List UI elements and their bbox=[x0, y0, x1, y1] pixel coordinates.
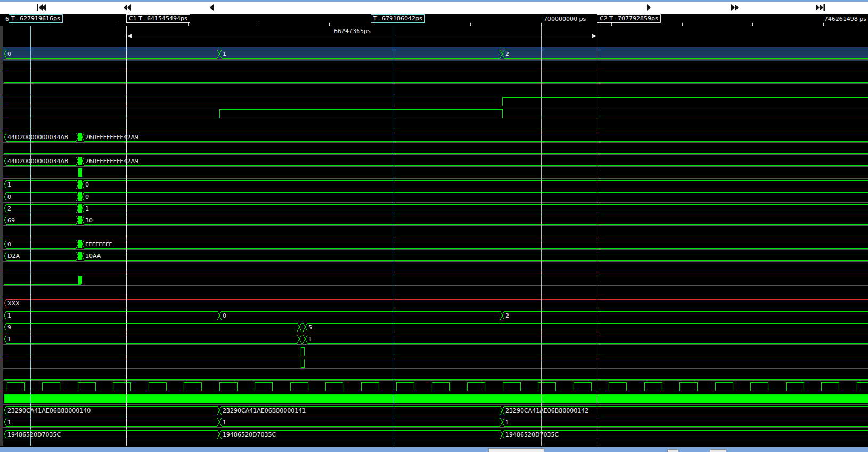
undefined-value-label: XXX bbox=[7, 300, 20, 307]
marker-line-T-left[interactable] bbox=[30, 26, 31, 446]
wave-row[interactable] bbox=[0, 405, 868, 416]
bus-value-label: 19486520D7035C bbox=[505, 431, 559, 438]
fast-forward-button[interactable] bbox=[730, 4, 741, 12]
bus-value-label: 1 bbox=[223, 51, 226, 58]
bus-value-label: 1 bbox=[505, 419, 509, 426]
fast-forward-icon bbox=[730, 4, 741, 12]
row-separator bbox=[3, 392, 868, 392]
skip-to-start-button[interactable] bbox=[36, 4, 48, 12]
row-separator bbox=[3, 190, 868, 190]
step-back-icon bbox=[207, 4, 218, 12]
fast-rewind-button[interactable] bbox=[122, 4, 134, 12]
skip-to-start-icon bbox=[36, 4, 48, 12]
wave-viewer-window: 6 700000000 ps 746261498 ps T=627919616p… bbox=[0, 0, 868, 452]
bus-value-label: 260FFFFFFFF42A9 bbox=[85, 134, 138, 141]
wave-row[interactable] bbox=[0, 191, 868, 203]
skip-to-end-button[interactable] bbox=[815, 4, 826, 12]
step-forward-icon bbox=[643, 4, 655, 12]
wave-row[interactable] bbox=[0, 203, 868, 214]
row-separator bbox=[3, 309, 868, 309]
wave-row[interactable] bbox=[0, 179, 868, 190]
bus-value-label: 44D20000000034A8 bbox=[7, 158, 68, 165]
wave-row[interactable] bbox=[0, 321, 868, 333]
marker-box-C1[interactable]: C1 T=641545494ps bbox=[126, 14, 190, 23]
wave-row[interactable] bbox=[0, 381, 868, 392]
timeline-right-timestamp: 746261498 ps bbox=[824, 15, 866, 22]
bus-value-label: FFFFFFFF bbox=[85, 241, 112, 248]
step-forward-button[interactable] bbox=[643, 4, 655, 12]
bus-value-label: 0 bbox=[7, 51, 11, 58]
bus-value-label: 1 bbox=[7, 181, 11, 188]
wave-row[interactable] bbox=[0, 345, 868, 357]
bus-value-label: 2 bbox=[7, 205, 11, 212]
row-separator bbox=[3, 344, 868, 345]
step-back-button[interactable] bbox=[207, 4, 218, 12]
wave-row[interactable] bbox=[0, 84, 868, 95]
wave-row[interactable] bbox=[0, 369, 868, 381]
wave-row[interactable] bbox=[0, 167, 868, 179]
bus-value-label: 19486520D7035C bbox=[7, 431, 61, 438]
marker-box-T[interactable]: T=679186042ps bbox=[371, 14, 425, 23]
marker-span-arrow bbox=[127, 36, 596, 36]
bus-value-label: 0 bbox=[85, 181, 89, 188]
bus-value-label: 1 bbox=[7, 312, 11, 319]
bus-value-label: D2A bbox=[7, 253, 20, 260]
wave-row[interactable] bbox=[0, 297, 868, 309]
wave-row[interactable] bbox=[0, 274, 868, 286]
wave-row[interactable] bbox=[0, 429, 868, 440]
clipped-bottom-widget bbox=[710, 449, 726, 452]
marker-line-C2[interactable] bbox=[597, 26, 597, 446]
time-gridline bbox=[541, 26, 542, 446]
wave-row[interactable] bbox=[0, 310, 868, 321]
bus-value-label: 23290CA41AE06B80000142 bbox=[505, 407, 588, 414]
bus-value-label: 1 bbox=[85, 205, 89, 212]
marker-span-label: 66247365ps bbox=[334, 28, 371, 35]
wave-row[interactable] bbox=[0, 357, 868, 369]
wave-row[interactable] bbox=[0, 286, 868, 297]
row-separator bbox=[3, 427, 868, 428]
wave-row[interactable] bbox=[0, 95, 868, 107]
bus-value-label: 44D20000000034A8 bbox=[7, 134, 68, 141]
wave-row[interactable] bbox=[0, 214, 868, 226]
marker-box-C2[interactable]: C2 T=707792859ps bbox=[597, 14, 661, 23]
wave-row[interactable] bbox=[0, 143, 868, 155]
bus-value-label: 1 bbox=[7, 336, 11, 343]
bus-value-label: 5 bbox=[308, 324, 312, 331]
wave-row[interactable] bbox=[0, 416, 868, 428]
wave-row[interactable] bbox=[0, 262, 868, 273]
wave-row[interactable] bbox=[0, 48, 868, 60]
marker-box-T-left[interactable]: T=627919616ps bbox=[9, 14, 63, 23]
wave-row[interactable] bbox=[0, 393, 868, 405]
bus-value-label: 10AA bbox=[85, 253, 101, 260]
skip-to-end-icon bbox=[815, 4, 826, 12]
bus-value-label: 69 bbox=[7, 217, 15, 224]
timeline-mid-timestamp: 700000000 ps bbox=[544, 15, 586, 22]
arrowhead-icon bbox=[127, 34, 132, 38]
fast-rewind-icon bbox=[122, 4, 134, 12]
bus-value-label: 0 bbox=[7, 193, 11, 200]
bus-value-label: 0 bbox=[223, 312, 226, 319]
arrowhead-icon bbox=[592, 34, 596, 38]
bus-value-label: 30 bbox=[85, 217, 93, 224]
marker-line-C1[interactable] bbox=[126, 26, 127, 446]
window-bottom-edge bbox=[0, 447, 868, 452]
wave-row[interactable] bbox=[0, 238, 868, 250]
wave-row[interactable] bbox=[0, 60, 868, 71]
wave-row[interactable] bbox=[0, 119, 868, 131]
timeline-panel[interactable]: 6 700000000 ps 746261498 ps T=627919616p… bbox=[0, 14, 868, 26]
marker-line-T[interactable] bbox=[394, 26, 394, 446]
wave-row[interactable] bbox=[0, 227, 868, 238]
bus-value-label: 2 bbox=[505, 51, 509, 58]
row-separator bbox=[3, 107, 868, 107]
wave-row[interactable] bbox=[0, 250, 868, 262]
bus-value-label: 1 bbox=[223, 419, 226, 426]
wave-row[interactable] bbox=[0, 333, 868, 345]
row-separator bbox=[3, 154, 868, 155]
bus-value-label: 260FFFFFFFF42A9 bbox=[85, 158, 138, 165]
row-separator bbox=[3, 440, 868, 440]
bus-value-label: 23290CA41AE06B80000141 bbox=[223, 407, 306, 414]
wave-row[interactable] bbox=[0, 72, 868, 84]
clipped-bottom-widget bbox=[667, 449, 678, 452]
wave-row[interactable] bbox=[0, 108, 868, 119]
waveform-canvas[interactable]: 01244D20000000034A8260FFFFFFFF42A944D200… bbox=[0, 26, 868, 446]
